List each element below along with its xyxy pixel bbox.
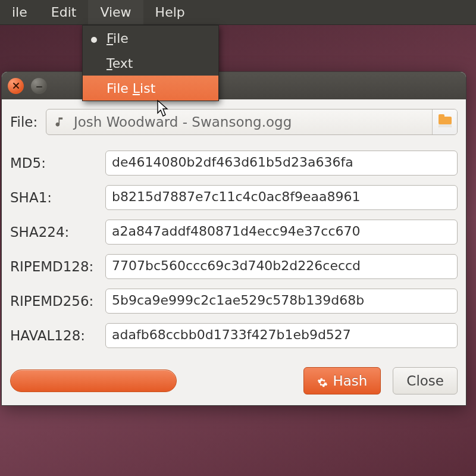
- menu-edit[interactable]: Edit: [39, 0, 89, 24]
- titlebar[interactable]: [2, 72, 466, 99]
- file-name: Josh Woodward - Swansong.ogg: [70, 114, 432, 130]
- file-row: File: Josh Woodward - Swansong.ogg: [10, 109, 458, 135]
- hash-value-sha224[interactable]: a2a847addf480871d4ecc94e37cc670: [105, 220, 458, 245]
- progress-bar: [10, 369, 177, 392]
- hash-label: SHA1:: [10, 190, 105, 205]
- hash-row-ripemd128: RIPEMD128: 7707bc560ccc69c3d740b2d226cec…: [10, 254, 458, 279]
- button-row: Hash Close: [10, 367, 458, 394]
- hash-row-ripemd256: RIPEMD256: 5b9ca9e999c2c1ae529c578b139d6…: [10, 289, 458, 314]
- browse-button[interactable]: [432, 109, 457, 134]
- app-window: File: Josh Woodward - Swansong.ogg MD5: …: [1, 71, 466, 406]
- hash-value-sha1[interactable]: b8215d7887e7c11c4c0ac8f9eaa8961: [105, 185, 458, 210]
- hash-button[interactable]: Hash: [303, 367, 381, 394]
- menu-help-label: Help: [155, 5, 185, 20]
- window-close-button[interactable]: [8, 78, 24, 94]
- music-note-icon: [50, 112, 70, 132]
- hash-row-haval128: HAVAL128: adafb68ccbb0d1733f427b1eb9d527: [10, 323, 458, 348]
- hash-row-sha224: SHA224: a2a847addf480871d4ecc94e37cc670: [10, 220, 458, 245]
- window-minimize-button[interactable]: [31, 78, 47, 94]
- hash-value-ripemd256[interactable]: 5b9ca9e999c2c1ae529c578b139d68b: [105, 289, 458, 314]
- menu-edit-label: Edit: [51, 5, 77, 20]
- menu-file-label: ile: [12, 5, 27, 20]
- view-menu-file[interactable]: File: [83, 26, 218, 51]
- radio-selected-icon: [91, 31, 107, 46]
- menu-view-label: View: [100, 5, 131, 20]
- menubar: ile Edit View Help: [0, 0, 476, 25]
- view-menu-file-list-label: File List: [107, 81, 155, 96]
- gear-icon: [317, 375, 328, 386]
- close-button[interactable]: Close: [393, 367, 458, 394]
- file-label: File:: [10, 114, 40, 130]
- hash-label: MD5:: [10, 155, 105, 171]
- file-chooser[interactable]: Josh Woodward - Swansong.ogg: [46, 109, 458, 135]
- hash-value-haval128[interactable]: adafb68ccbb0d1733f427b1eb9d527: [105, 323, 458, 348]
- window-body: File: Josh Woodward - Swansong.ogg MD5: …: [2, 99, 466, 405]
- hash-label: SHA224:: [10, 224, 105, 240]
- hash-grid: MD5: de4614080b2df463d61b5d23a636fa SHA1…: [10, 151, 458, 348]
- folder-icon: [439, 117, 452, 127]
- menu-view[interactable]: View: [88, 0, 143, 24]
- hash-label: RIPEMD256:: [10, 293, 105, 309]
- hash-row-sha1: SHA1: b8215d7887e7c11c4c0ac8f9eaa8961: [10, 185, 458, 210]
- menu-file[interactable]: ile: [0, 0, 39, 24]
- hash-row-md5: MD5: de4614080b2df463d61b5d23a636fa: [10, 151, 458, 176]
- hash-value-md5[interactable]: de4614080b2df463d61b5d23a636fa: [105, 151, 458, 176]
- view-menu-file-list[interactable]: File List: [83, 76, 218, 101]
- hash-label: RIPEMD128:: [10, 259, 105, 274]
- close-button-label: Close: [406, 373, 444, 389]
- hash-button-label: Hash: [333, 373, 367, 389]
- hash-value-ripemd128[interactable]: 7707bc560ccc69c3d740b2d226ceccd: [105, 254, 458, 279]
- hash-label: HAVAL128:: [10, 328, 105, 343]
- view-menu-text[interactable]: Text: [83, 51, 218, 76]
- view-menu-text-label: Text: [107, 56, 133, 71]
- view-dropdown: File Text File List: [82, 25, 219, 101]
- menu-help[interactable]: Help: [143, 0, 197, 24]
- view-menu-file-label: File: [107, 31, 129, 46]
